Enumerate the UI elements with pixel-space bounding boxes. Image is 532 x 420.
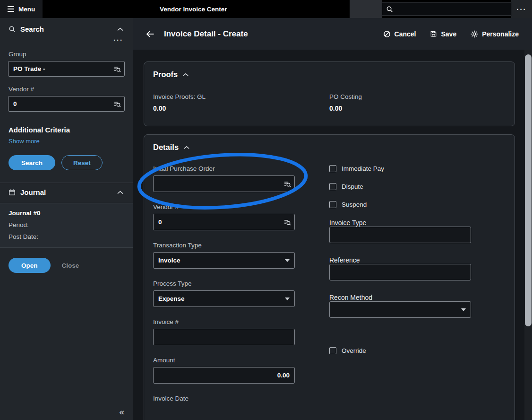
po-costing-field: PO Costing 0.00: [329, 93, 506, 112]
dispute-checkbox[interactable]: [329, 183, 336, 190]
invoice-number-input[interactable]: [153, 329, 295, 345]
menu-button[interactable]: Menu: [0, 0, 43, 18]
chevron-down-icon: [461, 308, 466, 311]
chevron-down-icon: [285, 298, 290, 300]
initial-po-label: Initial Purchase Order: [153, 165, 295, 172]
suspend-checkbox-row[interactable]: Suspend: [329, 201, 471, 208]
reference-field: Reference: [329, 256, 471, 280]
proofs-card-header[interactable]: Proofs: [153, 70, 506, 79]
save-label: Save: [441, 30, 456, 38]
chevron-up-icon[interactable]: [183, 73, 189, 77]
transaction-type-value: Invoice: [158, 257, 180, 264]
chevron-up-icon[interactable]: [116, 190, 124, 195]
back-button[interactable]: [145, 30, 155, 38]
personalize-button[interactable]: Personalize: [471, 30, 519, 38]
immediate-pay-checkbox-row[interactable]: Immediate Pay: [329, 165, 471, 172]
override-checkbox[interactable]: [329, 347, 336, 354]
invoice-proofs-label: Invoice Proofs: GL: [153, 93, 329, 100]
save-button[interactable]: Save: [430, 30, 456, 38]
personalize-label: Personalize: [482, 30, 519, 38]
vendor-number-label: Vendor #: [153, 203, 295, 210]
override-checkbox-row[interactable]: Override: [329, 347, 471, 354]
vendor-label: Vendor #: [9, 86, 124, 93]
journal-info: Journal #0 Period: Post Date:: [0, 203, 133, 248]
show-more-link[interactable]: Show more: [9, 138, 40, 145]
cancel-label: Cancel: [395, 30, 416, 38]
process-type-label: Process Type: [153, 280, 295, 287]
sidebar-journal-title: Journal: [20, 188, 46, 196]
recon-method-select[interactable]: [329, 301, 471, 318]
topbar: Menu Vendor Invoice Center ···: [0, 0, 532, 18]
chevron-up-icon[interactable]: [116, 26, 124, 32]
topbar-search-input[interactable]: [397, 6, 507, 13]
reset-button[interactable]: Reset: [61, 155, 103, 170]
content-area: Proofs Invoice Proofs: GL 0.00 PO Costin…: [133, 50, 532, 420]
collapse-sidebar-button[interactable]: «: [115, 405, 128, 419]
journal-post-date: Post Date:: [9, 233, 124, 240]
calendar-icon: [9, 189, 16, 196]
menu-label: Menu: [18, 6, 35, 13]
proofs-grid: Invoice Proofs: GL 0.00 PO Costing 0.00: [153, 93, 506, 118]
reference-input[interactable]: [329, 264, 471, 280]
topbar-more-button[interactable]: ···: [511, 0, 532, 18]
chevron-down-icon: [285, 259, 290, 262]
invoice-number-label: Invoice #: [153, 318, 295, 325]
cancel-button[interactable]: Cancel: [383, 30, 416, 38]
group-field: [8, 61, 125, 77]
save-icon: [430, 30, 437, 37]
search-button[interactable]: Search: [9, 155, 55, 170]
suspend-checkbox[interactable]: [329, 201, 336, 208]
hamburger-icon: [8, 6, 14, 12]
app-window: Menu Vendor Invoice Center ··· Search: [0, 0, 532, 420]
amount-field: Amount: [153, 357, 295, 384]
po-costing-value: 0.00: [329, 105, 506, 112]
chevron-up-icon[interactable]: [184, 146, 189, 149]
proofs-card: Proofs Invoice Proofs: GL 0.00 PO Costin…: [144, 61, 515, 126]
amount-label: Amount: [153, 357, 295, 364]
process-type-value: Expense: [158, 295, 185, 302]
transaction-type-label: Transaction Type: [153, 242, 295, 249]
lookup-icon[interactable]: [283, 219, 291, 226]
immediate-pay-checkbox[interactable]: [329, 165, 336, 172]
journal-number: Journal #0: [9, 210, 124, 217]
scrollbar-thumb[interactable]: [525, 54, 532, 326]
vendor-number-input[interactable]: [153, 214, 295, 230]
recon-method-field: Recon Method: [329, 294, 471, 318]
vendor-input[interactable]: [8, 96, 125, 112]
process-type-select[interactable]: Expense: [153, 290, 295, 307]
vertical-scrollbar[interactable]: [524, 50, 532, 420]
details-card-header[interactable]: Details: [153, 143, 506, 152]
topbar-search[interactable]: [382, 2, 511, 16]
vendor-number-field: Vendor #: [153, 203, 295, 230]
dispute-label: Dispute: [342, 183, 363, 190]
search-reset-buttons: Search Reset: [9, 155, 124, 170]
topbar-segment: [350, 0, 382, 18]
initial-po-field: Initial Purchase Order: [153, 165, 295, 192]
invoice-proofs-value: 0.00: [153, 105, 329, 112]
amount-input[interactable]: [153, 367, 295, 384]
topbar-right: ···: [350, 0, 532, 18]
override-label: Override: [342, 347, 366, 354]
app-title: Vendor Invoice Center: [160, 0, 227, 18]
lookup-icon[interactable]: [283, 180, 291, 188]
invoice-type-input[interactable]: [329, 227, 471, 243]
recon-method-label: Recon Method: [329, 294, 471, 301]
open-button[interactable]: Open: [9, 258, 51, 273]
group-label: Group: [9, 51, 124, 58]
invoice-number-field: Invoice #: [153, 318, 295, 345]
sidebar-search-title: Search: [20, 25, 44, 33]
search-section-menu-button[interactable]: ···: [0, 37, 133, 44]
close-button[interactable]: Close: [57, 262, 84, 269]
transaction-type-select[interactable]: Invoice: [153, 252, 295, 269]
sidebar-search-header[interactable]: Search: [0, 18, 133, 37]
sidebar-journal-header[interactable]: Journal: [0, 183, 133, 200]
details-title: Details: [153, 143, 179, 152]
details-left-column: Initial Purchase Order Vendor #: [153, 165, 295, 413]
initial-po-input[interactable]: [153, 175, 295, 192]
page-title: Invoice Detail - Create: [164, 29, 248, 39]
lookup-icon[interactable]: [113, 100, 121, 108]
group-input[interactable]: [8, 61, 125, 77]
lookup-icon[interactable]: [113, 65, 121, 73]
invoice-proofs-field: Invoice Proofs: GL 0.00: [153, 93, 329, 112]
dispute-checkbox-row[interactable]: Dispute: [329, 183, 471, 190]
